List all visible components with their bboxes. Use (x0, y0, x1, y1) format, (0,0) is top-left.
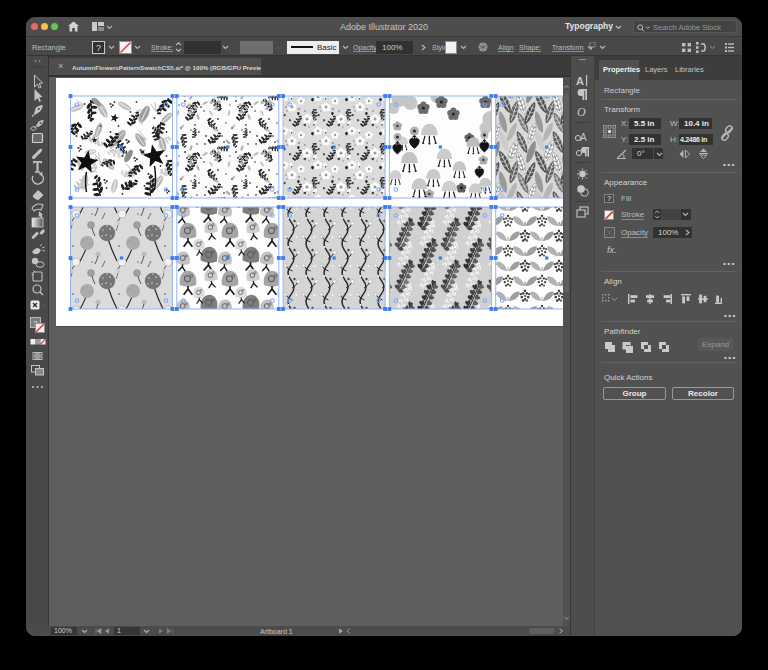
svg-text:A: A (576, 75, 584, 87)
svg-text:O: O (577, 105, 586, 119)
